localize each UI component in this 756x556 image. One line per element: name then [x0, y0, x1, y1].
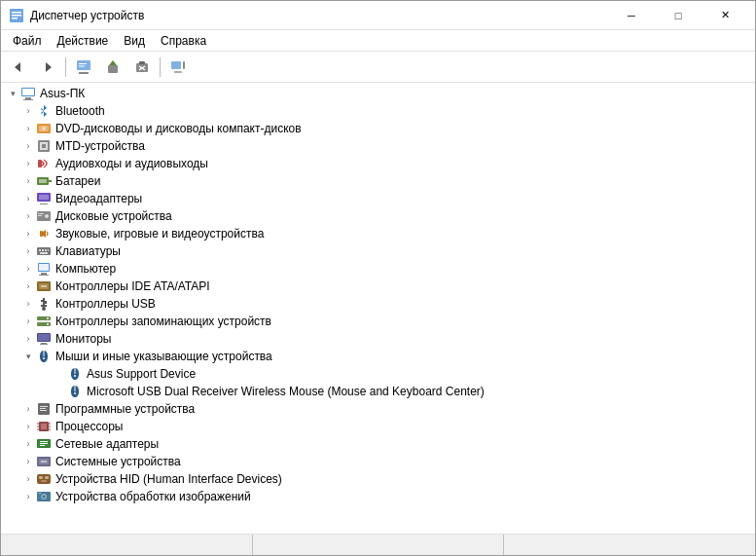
storage-icon [36, 314, 52, 329]
device-tree[interactable]: ▾ Asus-ПК › [1, 83, 755, 534]
back-button[interactable] [5, 55, 32, 80]
tree-item-hid[interactable]: › Устройства HID (Human Interface Device… [1, 470, 755, 488]
svg-rect-53 [41, 285, 47, 287]
svg-rect-38 [38, 213, 44, 214]
properties-button[interactable] [70, 55, 97, 80]
tree-item-monitor[interactable]: › Мониторы [1, 330, 755, 348]
disk-expander: › [20, 208, 36, 224]
mice-label: Мыши и иные указывающие устройства [55, 350, 272, 363]
window-controls: ─ □ ✕ [609, 1, 747, 30]
close-button[interactable]: ✕ [702, 1, 747, 30]
computer-label: Компьютер [55, 262, 116, 276]
uninstall-button[interactable] [128, 55, 156, 80]
update-driver-button[interactable] [99, 55, 126, 80]
cpu-icon [36, 419, 52, 434]
tree-item-keyboard[interactable]: › Клавиатуры [1, 242, 755, 260]
svg-rect-62 [38, 334, 50, 341]
svg-rect-42 [39, 249, 41, 251]
svg-rect-28 [42, 144, 46, 148]
svg-rect-64 [40, 344, 48, 345]
menu-bar: Файл Действие Вид Справка [1, 30, 755, 52]
tree-item-disk[interactable]: › Дисковые устройства [1, 207, 755, 225]
tree-item-program[interactable]: › Программные устройства [1, 400, 755, 418]
computer-icon [36, 261, 52, 277]
bluetooth-icon [36, 103, 52, 119]
menu-file[interactable]: Файл [5, 32, 50, 50]
asus-support-label: Asus Support Device [87, 367, 196, 381]
imaging-label: Устройства обработки изображений [55, 490, 251, 503]
mtd-expander: › [20, 138, 36, 154]
maximize-button[interactable]: □ [656, 1, 701, 30]
svg-rect-70 [74, 392, 76, 394]
video-expander: › [20, 191, 36, 206]
storage-expander: › [20, 314, 36, 329]
svg-rect-6 [77, 60, 90, 70]
tree-item-mice[interactable]: ▾ Мыши и иные указывающие устройства [1, 348, 755, 365]
svg-rect-98 [39, 493, 41, 494]
usb-icon [36, 296, 52, 312]
tree-item-asus-support[interactable]: › Asus Support Device [1, 365, 755, 383]
keyboard-expander: › [20, 243, 36, 259]
tree-item-cpu[interactable]: › Процессоры [1, 418, 755, 435]
root-label: Asus-ПК [40, 87, 85, 100]
menu-action[interactable]: Действие [50, 32, 117, 50]
tree-item-ms-mouse[interactable]: › Microsoft USB Dual Receiver Wireless M… [1, 383, 755, 400]
video-icon [36, 191, 52, 206]
svg-rect-43 [42, 249, 44, 251]
tree-item-dvd[interactable]: › DVD-дисководы и дисководы компакт-диск… [1, 120, 755, 137]
tree-item-ide[interactable]: › Контроллеры IDE ATA/ATAPI [1, 278, 755, 295]
network-expander: › [20, 436, 36, 452]
svg-point-37 [45, 214, 49, 218]
program-icon [36, 401, 52, 417]
disk-label: Дисковые устройства [55, 209, 172, 223]
keyboard-label: Клавиатуры [55, 244, 121, 258]
tree-item-audio[interactable]: › Аудиовходы и аудиовыходы [1, 155, 755, 172]
minimize-button[interactable]: ─ [609, 1, 654, 30]
svg-point-97 [43, 496, 46, 499]
menu-view[interactable]: Вид [116, 32, 153, 50]
svg-rect-91 [37, 474, 51, 484]
system-icon [36, 454, 52, 469]
svg-rect-2 [12, 15, 21, 17]
disk-icon [36, 208, 52, 224]
svg-rect-35 [39, 195, 49, 200]
dvd-label: DVD-дисководы и дисководы компакт-дисков [55, 122, 302, 135]
svg-rect-94 [41, 480, 47, 482]
keyboard-icon [36, 243, 52, 259]
sound-label: Звуковые, игровые и видеоустройства [55, 227, 264, 241]
tree-item-bluetooth[interactable]: › Bluetooth [1, 102, 755, 120]
menu-help[interactable]: Справка [153, 32, 214, 50]
battery-expander: › [20, 173, 36, 189]
svg-marker-5 [46, 62, 52, 72]
tree-item-mtd[interactable]: › MTD-устройства [1, 137, 755, 155]
usb-label: Контроллеры USB [55, 297, 156, 311]
tree-item-battery[interactable]: › Батареи [1, 172, 755, 190]
ide-icon [36, 278, 52, 294]
tree-item-usb[interactable]: › Контроллеры USB [1, 295, 755, 313]
tree-item-storage[interactable]: › Контроллеры запоминающих устройств [1, 313, 755, 330]
computer-expander: › [20, 261, 36, 277]
tree-item-network[interactable]: › Сетевые адаптеры [1, 435, 755, 453]
svg-rect-46 [40, 252, 48, 254]
svg-rect-49 [41, 273, 47, 275]
forward-button[interactable] [34, 55, 61, 80]
tree-item-video[interactable]: › Видеоадаптеры [1, 190, 755, 207]
title-bar: Диспетчер устройств ─ □ ✕ [1, 1, 755, 30]
svg-point-59 [47, 317, 49, 319]
hid-expander: › [20, 471, 36, 487]
tree-root[interactable]: ▾ Asus-ПК [1, 85, 755, 102]
tree-item-imaging[interactable]: › Устройства обработки изображений [1, 488, 755, 505]
svg-rect-18 [174, 71, 182, 73]
sound-icon [36, 226, 52, 241]
tree-item-sound[interactable]: › Звуковые, игровые и видеоустройства [1, 225, 755, 242]
svg-rect-85 [40, 441, 48, 442]
scan-button[interactable] [164, 55, 192, 80]
svg-rect-34 [40, 204, 48, 204]
svg-rect-93 [45, 476, 49, 479]
tree-item-system[interactable]: › Системные устройства [1, 453, 755, 470]
svg-rect-55 [41, 300, 43, 302]
tree-item-computer[interactable]: › Компьютер [1, 260, 755, 278]
svg-point-25 [42, 127, 46, 130]
svg-rect-44 [45, 249, 47, 251]
svg-rect-22 [23, 99, 33, 100]
